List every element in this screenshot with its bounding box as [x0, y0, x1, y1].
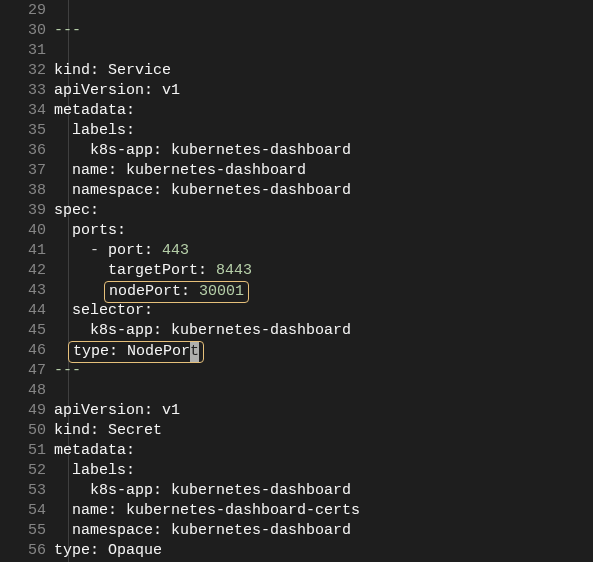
code-line[interactable]: 53 k8s-app: kubernetes-dashboard: [0, 481, 593, 501]
yaml-value: Opaque: [108, 542, 162, 559]
code-line[interactable]: 49apiVersion: v1: [0, 401, 593, 421]
line-number: 44: [0, 301, 54, 321]
yaml-value: kubernetes-dashboard: [171, 522, 351, 539]
line-number: 55: [0, 521, 54, 541]
code-content[interactable]: selector:: [54, 301, 593, 321]
code-line[interactable]: 55 namespace: kubernetes-dashboard: [0, 521, 593, 541]
yaml-doc-separator: ---: [54, 22, 81, 39]
yaml-value: kubernetes-dashboard: [171, 142, 351, 159]
code-content[interactable]: kind: Secret: [54, 421, 593, 441]
line-number: 53: [0, 481, 54, 501]
code-content[interactable]: name: kubernetes-dashboard-certs: [54, 501, 593, 521]
yaml-value: kubernetes-dashboard: [171, 322, 351, 339]
code-line[interactable]: 38 namespace: kubernetes-dashboard: [0, 181, 593, 201]
code-content[interactable]: name: kubernetes-dashboard: [54, 161, 593, 181]
code-content[interactable]: ports:: [54, 221, 593, 241]
line-number: 32: [0, 61, 54, 81]
yaml-value: kubernetes-dashboard: [126, 162, 306, 179]
yaml-key: apiVersion: [54, 402, 144, 419]
code-line[interactable]: 36 k8s-app: kubernetes-dashboard: [0, 141, 593, 161]
code-line[interactable]: 29: [0, 1, 593, 21]
yaml-key: k8s-app: [90, 322, 153, 339]
code-content[interactable]: labels:: [54, 121, 593, 141]
line-number: 41: [0, 241, 54, 261]
code-line[interactable]: 52 labels:: [0, 461, 593, 481]
line-number: 31: [0, 41, 54, 61]
code-content[interactable]: k8s-app: kubernetes-dashboard: [54, 481, 593, 501]
line-number: 35: [0, 121, 54, 141]
code-content[interactable]: namespace: kubernetes-dashboard: [54, 521, 593, 541]
yaml-key: apiVersion: [54, 82, 144, 99]
line-number: 50: [0, 421, 54, 441]
code-content[interactable]: type: NodePort: [54, 341, 593, 361]
yaml-key: targetPort: [108, 262, 198, 279]
code-line[interactable]: 56type: Opaque: [0, 541, 593, 561]
code-line[interactable]: 37 name: kubernetes-dashboard: [0, 161, 593, 181]
code-content[interactable]: labels:: [54, 461, 593, 481]
yaml-key: spec: [54, 202, 90, 219]
line-number: 29: [0, 1, 54, 21]
line-number: 49: [0, 401, 54, 421]
code-content[interactable]: kind: Service: [54, 61, 593, 81]
line-number: 45: [0, 321, 54, 341]
code-content[interactable]: spec:: [54, 201, 593, 221]
yaml-value: kubernetes-dashboard-certs: [126, 502, 360, 519]
yaml-key: metadata: [54, 102, 126, 119]
code-content[interactable]: nodePort: 30001: [54, 281, 593, 301]
code-content[interactable]: [54, 1, 593, 21]
code-content[interactable]: [54, 381, 593, 401]
yaml-key: kind: [54, 422, 90, 439]
code-content[interactable]: ---: [54, 21, 593, 41]
code-content[interactable]: targetPort: 8443: [54, 261, 593, 281]
yaml-value: kubernetes-dashboard: [171, 182, 351, 199]
code-line[interactable]: 47---: [0, 361, 593, 381]
code-line[interactable]: 32kind: Service: [0, 61, 593, 81]
code-line[interactable]: 44 selector:: [0, 301, 593, 321]
yaml-value: 443: [162, 242, 189, 259]
code-line[interactable]: 54 name: kubernetes-dashboard-certs: [0, 501, 593, 521]
code-line[interactable]: 31: [0, 41, 593, 61]
code-content[interactable]: metadata:: [54, 441, 593, 461]
code-line[interactable]: 41 - port: 443: [0, 241, 593, 261]
code-content[interactable]: apiVersion: v1: [54, 81, 593, 101]
line-number: 33: [0, 81, 54, 101]
code-line[interactable]: 35 labels:: [0, 121, 593, 141]
code-line[interactable]: 33apiVersion: v1: [0, 81, 593, 101]
code-line[interactable]: 43 nodePort: 30001: [0, 281, 593, 301]
yaml-key: type: [73, 343, 109, 360]
line-number: 36: [0, 141, 54, 161]
code-editor[interactable]: 2930---3132kind: Service33apiVersion: v1…: [0, 0, 593, 562]
line-number: 52: [0, 461, 54, 481]
code-line[interactable]: 51metadata:: [0, 441, 593, 461]
code-line[interactable]: 30---: [0, 21, 593, 41]
highlight-box: nodePort: 30001: [104, 281, 249, 303]
code-content[interactable]: metadata:: [54, 101, 593, 121]
code-line[interactable]: 40 ports:: [0, 221, 593, 241]
code-line[interactable]: 45 k8s-app: kubernetes-dashboard: [0, 321, 593, 341]
yaml-key: namespace: [72, 182, 153, 199]
code-line[interactable]: 42 targetPort: 8443: [0, 261, 593, 281]
code-content[interactable]: [54, 41, 593, 61]
text-cursor: t: [190, 342, 199, 362]
line-number: 47: [0, 361, 54, 381]
code-line[interactable]: 46 type: NodePort: [0, 341, 593, 361]
code-content[interactable]: namespace: kubernetes-dashboard: [54, 181, 593, 201]
code-content[interactable]: apiVersion: v1: [54, 401, 593, 421]
yaml-value: NodePor: [127, 343, 190, 360]
code-content[interactable]: k8s-app: kubernetes-dashboard: [54, 321, 593, 341]
code-content[interactable]: - port: 443: [54, 241, 593, 261]
code-line[interactable]: 48: [0, 381, 593, 401]
yaml-value: 30001: [199, 283, 244, 300]
yaml-key: type: [54, 542, 90, 559]
code-line[interactable]: 34metadata:: [0, 101, 593, 121]
code-content[interactable]: ---: [54, 361, 593, 381]
code-line[interactable]: 50kind: Secret: [0, 421, 593, 441]
code-line[interactable]: 39spec:: [0, 201, 593, 221]
code-content[interactable]: k8s-app: kubernetes-dashboard: [54, 141, 593, 161]
code-content[interactable]: type: Opaque: [54, 541, 593, 561]
yaml-value: Service: [108, 62, 171, 79]
yaml-key: metadata: [54, 442, 126, 459]
line-number: 56: [0, 541, 54, 561]
line-number: 34: [0, 101, 54, 121]
line-number: 30: [0, 21, 54, 41]
